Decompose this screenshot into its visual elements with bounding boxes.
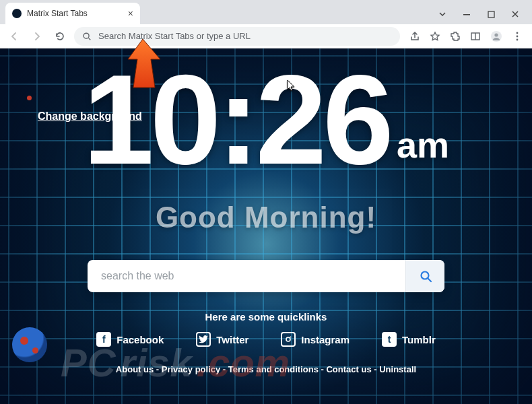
minimize-button[interactable] <box>462 9 471 19</box>
footer-terms[interactable]: Terms and conditions <box>223 364 319 374</box>
reload-button[interactable] <box>51 28 69 45</box>
footer-uninstall[interactable]: Uninstall <box>374 364 416 374</box>
quicklink-label: Twitter <box>216 334 248 345</box>
titlebar: Matrix Start Tabs × <box>0 0 532 24</box>
tab-close-icon[interactable]: × <box>128 8 133 19</box>
watermark-logo <box>12 327 47 362</box>
svg-point-9 <box>421 272 428 279</box>
svg-point-2 <box>84 33 89 38</box>
mouse-cursor-icon <box>287 79 296 93</box>
quicklink-facebook[interactable]: f Facebook <box>96 332 164 347</box>
new-tab-button[interactable] <box>185 9 194 19</box>
footer-contact[interactable]: Contact us <box>321 364 372 374</box>
page-content: Change background 10:26 am Good Morning!… <box>0 48 532 404</box>
facebook-icon: f <box>96 332 111 347</box>
quicklink-twitter[interactable]: Twitter <box>196 332 248 347</box>
chevron-down-icon[interactable] <box>438 9 447 19</box>
svg-point-8 <box>517 38 519 40</box>
footer-about[interactable]: About us <box>116 364 154 374</box>
tab-favicon <box>12 9 22 18</box>
footer-privacy[interactable]: Privacy policy <box>156 364 220 374</box>
tab-title: Matrix Start Tabs <box>27 9 88 18</box>
search-button[interactable] <box>405 260 444 292</box>
instagram-icon <box>281 332 296 347</box>
reading-list-icon[interactable] <box>470 31 481 42</box>
browser-toolbar: Search Matrix Start Tabs or type a URL <box>0 24 532 48</box>
profile-icon[interactable] <box>490 30 502 42</box>
maximize-button[interactable] <box>486 9 496 19</box>
forward-button[interactable] <box>28 28 46 45</box>
extensions-icon[interactable] <box>450 31 461 42</box>
svg-point-10 <box>286 337 290 341</box>
svg-point-6 <box>517 32 519 34</box>
change-background-link[interactable]: Change background <box>38 110 142 123</box>
quicklink-label: Tumblr <box>402 334 436 345</box>
quicklink-instagram[interactable]: Instagram <box>281 332 350 347</box>
watermark-logo-dot <box>27 96 32 100</box>
search-icon <box>82 32 92 41</box>
window-controls <box>413 9 532 24</box>
search-bar <box>88 260 444 292</box>
quicklink-label: Instagram <box>301 334 350 345</box>
quicklinks-heading: Here are some quicklinks <box>0 311 532 323</box>
quicklink-tumblr[interactable]: t Tumblr <box>382 332 436 347</box>
back-button[interactable] <box>5 28 23 45</box>
search-icon <box>419 269 432 283</box>
close-window-button[interactable] <box>510 9 520 19</box>
quicklink-label: Facebook <box>117 334 164 345</box>
annotation-arrow-icon <box>120 38 167 90</box>
share-icon[interactable] <box>409 31 420 42</box>
menu-icon[interactable] <box>512 31 523 42</box>
svg-point-11 <box>290 337 292 338</box>
svg-rect-1 <box>488 11 494 18</box>
toolbar-right <box>405 30 527 42</box>
svg-point-5 <box>494 33 498 36</box>
twitter-icon <box>196 332 211 347</box>
tumblr-icon: t <box>382 332 397 347</box>
greeting-text: Good Morning! <box>0 201 532 234</box>
svg-rect-0 <box>463 14 470 15</box>
star-icon[interactable] <box>430 31 440 42</box>
clock-ampm: am <box>397 124 449 166</box>
search-input[interactable] <box>88 270 405 282</box>
quicklinks-row: f Facebook Twitter Instagram t Tumblr <box>0 332 532 347</box>
browser-tab[interactable]: Matrix Start Tabs × <box>5 3 140 24</box>
svg-point-7 <box>517 35 519 37</box>
footer-links: About us Privacy policy Terms and condit… <box>0 364 532 374</box>
